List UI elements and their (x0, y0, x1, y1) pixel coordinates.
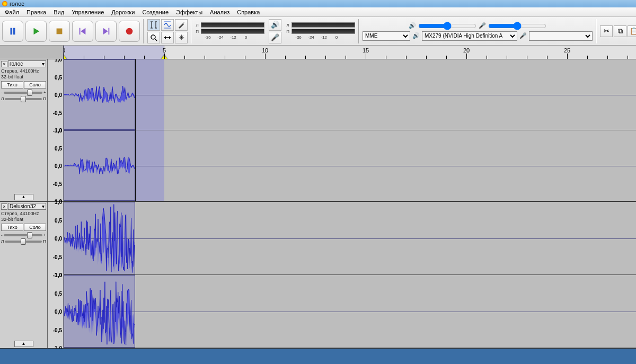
input-device-select[interactable] (529, 31, 593, 41)
track-menu-dropdown[interactable]: Delusion32▾ (8, 203, 46, 210)
playback-meter-left[interactable] (201, 22, 264, 28)
waveform-area[interactable] (64, 59, 636, 201)
playback-meter-right[interactable] (201, 29, 264, 34)
vertical-scale[interactable]: 1,00,50,0-0,5-1,01,00,50,0-0,5-1,0 (48, 59, 64, 201)
track-format-label: Стерео, 44100Hz (1, 68, 46, 74)
meter-tick: -36 (201, 35, 214, 40)
svg-marker-20 (164, 36, 166, 39)
menu-transport[interactable]: Управление (68, 8, 108, 16)
gain-min: - (1, 233, 3, 237)
track-menu-dropdown[interactable]: голос▾ (8, 60, 46, 67)
waveform-channel[interactable] (64, 202, 636, 275)
svg-rect-1 (13, 28, 15, 34)
svg-point-17 (151, 35, 155, 39)
audio-host-select[interactable]: MME (363, 31, 410, 41)
ruler-label: 5 (163, 47, 166, 54)
waveform-channel[interactable] (64, 275, 636, 348)
menu-help[interactable]: Справка (233, 8, 263, 16)
menu-edit[interactable]: Правка (23, 8, 50, 16)
track-bit-label: 32-bit float (1, 74, 46, 80)
skip-end-button[interactable] (95, 21, 117, 42)
waveform-channel[interactable] (64, 59, 636, 130)
mic-icon: 🎤 (479, 22, 486, 29)
record-meter: Л П -36 -24 -12 0 (286, 22, 355, 40)
mic-icon: 🎤 (519, 32, 527, 39)
cut-button[interactable]: ✂ (600, 25, 613, 37)
toolbar-separator (143, 19, 144, 43)
multi-tool[interactable]: ✳ (175, 32, 188, 43)
copy-button[interactable]: ⧉ (614, 25, 626, 37)
zero-line (64, 166, 636, 166)
ruler-label: 0 (64, 47, 65, 54)
track: × голос▾ Стерео, 44100Hz 32-bit float Ти… (0, 59, 636, 202)
record-meter-right[interactable] (292, 29, 355, 34)
playback-volume: 🔊 🎤 (269, 19, 281, 43)
vscale-label: 1,0 (55, 272, 62, 278)
pan-slider[interactable] (5, 241, 42, 243)
track-close-button[interactable]: × (1, 61, 7, 67)
input-volume-slider[interactable] (488, 22, 546, 30)
waveform (64, 130, 135, 201)
menu-tracks[interactable]: Дорожки (108, 8, 138, 16)
app-logo (2, 1, 7, 6)
track-control-panel: × Delusion32▾ Стерео, 44100Hz 32-bit flo… (0, 202, 48, 348)
waveform-area[interactable] (64, 202, 636, 348)
timeshift-tool[interactable] (161, 32, 174, 43)
ruler-label: 10 (262, 47, 268, 54)
menu-generate[interactable]: Создание (138, 8, 172, 16)
menu-view[interactable]: Вид (50, 8, 68, 16)
waveform (64, 202, 135, 274)
gain-slider[interactable] (4, 234, 43, 236)
window-titlebar: голос (0, 0, 636, 7)
ruler-label: 25 (564, 47, 570, 54)
zoom-tool[interactable] (147, 32, 160, 43)
play-button[interactable] (25, 21, 47, 42)
timeline-ruler[interactable]: 05101520253035 (0, 46, 636, 59)
pan-right: П (43, 96, 46, 101)
svg-marker-7 (103, 28, 108, 34)
svg-rect-4 (80, 28, 81, 34)
menu-analyze[interactable]: Анализ (206, 8, 233, 16)
gain-max: + (43, 233, 46, 237)
meter-tick: -12 (227, 35, 240, 40)
solo-button[interactable]: Соло (24, 81, 46, 88)
record-button[interactable] (119, 21, 140, 42)
meter-right-label: П (286, 29, 290, 34)
vscale-label: -0,5 (53, 254, 62, 260)
meter-right-label: П (195, 29, 199, 34)
track-collapse-button[interactable]: ▲ (14, 341, 33, 347)
svg-marker-5 (81, 28, 85, 34)
skip-start-button[interactable] (72, 21, 93, 42)
mute-button[interactable]: Тихо (1, 224, 23, 231)
vscale-label: 0,5 (55, 290, 62, 296)
record-meter-left[interactable] (292, 22, 355, 28)
vscale-label: -0,5 (53, 110, 62, 116)
waveform (64, 59, 135, 130)
draw-tool[interactable] (175, 19, 188, 31)
menu-effect[interactable]: Эффекты (172, 8, 206, 16)
meter-tick: -36 (292, 35, 305, 40)
pause-button[interactable] (2, 21, 23, 42)
stop-button[interactable] (49, 21, 70, 42)
menu-file[interactable]: Файл (1, 8, 23, 16)
vertical-scale[interactable]: 1,00,50,0-0,5-1,01,00,50,0-0,5-1,0 (48, 202, 64, 348)
envelope-tool[interactable] (161, 19, 174, 31)
timeline-selection[interactable] (64, 46, 164, 59)
waveform-channel[interactable] (64, 130, 636, 201)
vscale-label: 0,5 (55, 217, 62, 223)
pan-right: П (43, 239, 46, 244)
gain-slider[interactable] (4, 92, 43, 94)
pan-slider[interactable] (5, 98, 42, 100)
selection-tool[interactable] (147, 19, 160, 31)
meter-tick: -12 (317, 35, 330, 40)
track-collapse-button[interactable]: ▲ (14, 194, 33, 200)
output-device-select[interactable]: MX279 (NVIDIA High Definition A (422, 31, 517, 41)
paste-button[interactable]: 📋 (628, 25, 636, 37)
solo-button[interactable]: Соло (24, 224, 46, 231)
svg-marker-2 (34, 28, 40, 34)
zero-line (64, 238, 636, 239)
output-volume-slider[interactable] (418, 22, 476, 30)
vscale-label: -1,0 (53, 345, 62, 349)
mute-button[interactable]: Тихо (1, 81, 23, 88)
track-close-button[interactable]: × (1, 203, 7, 210)
